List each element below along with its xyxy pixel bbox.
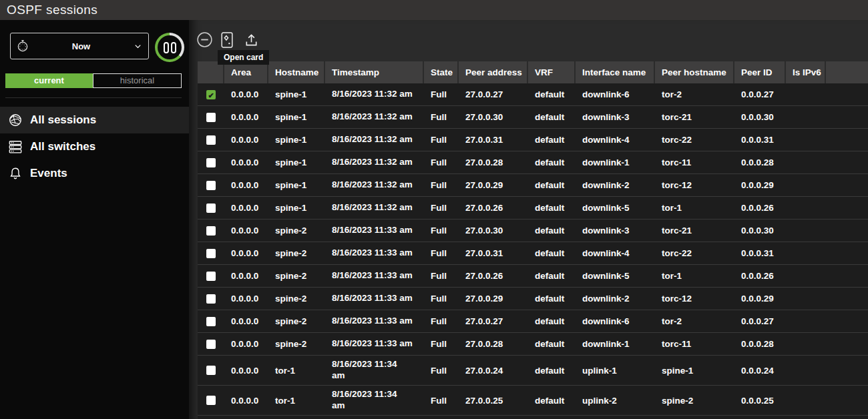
cell-vrf: default xyxy=(528,310,576,332)
cell-hostname xyxy=(268,416,325,419)
cell-vrf: default xyxy=(528,129,576,151)
pause-icon xyxy=(158,35,182,59)
column-header-timestamp[interactable]: Timestamp xyxy=(325,61,424,83)
bell-icon xyxy=(8,166,23,181)
cell-timestamp: 8/16/2023 11:33 am xyxy=(325,288,424,310)
row-checkbox[interactable] xyxy=(206,181,216,190)
cell-hostname: spine-1 xyxy=(268,151,325,173)
column-header-peer_address[interactable]: Peer address xyxy=(459,61,528,83)
export-button[interactable] xyxy=(244,32,259,51)
table-row[interactable]: 0.0.0.0 spine-1 8/16/2023 11:32 am Full … xyxy=(198,151,868,174)
toggle-current[interactable]: current xyxy=(5,73,93,88)
cell-interface-name: downlink-1 xyxy=(576,333,655,355)
open-card-tooltip: Open card xyxy=(218,50,269,65)
row-checkbox[interactable] xyxy=(206,294,216,304)
sidebar-item-all-sessions[interactable]: All sessions xyxy=(0,107,189,133)
cell-is-ipv6 xyxy=(786,288,826,310)
column-header-state[interactable]: State xyxy=(424,61,459,83)
time-selector-dropdown[interactable]: Now xyxy=(10,33,149,59)
cell-peer-address: 27.0.0.26 xyxy=(459,265,528,287)
cell-state: Full xyxy=(424,197,459,219)
chevron-down-icon xyxy=(133,41,143,51)
row-checkbox[interactable] xyxy=(206,317,216,326)
cell-interface-name: downlink-5 xyxy=(576,197,655,219)
cell-vrf: default xyxy=(528,174,576,196)
column-header-spacer xyxy=(826,61,868,83)
sidebar-item-all-switches[interactable]: All switches xyxy=(0,133,189,160)
table-row[interactable]: 0.0.0.0 spine-1 8/16/2023 11:32 am Full … xyxy=(198,106,868,129)
cell-vrf: default xyxy=(528,83,576,105)
cell-peer-hostname: torc-11 xyxy=(655,333,734,355)
open-card-button[interactable] xyxy=(221,32,233,51)
table-row[interactable]: 0.0.0.0 spine-1 8/16/2023 11:32 am Full … xyxy=(198,174,868,197)
row-checkbox[interactable] xyxy=(206,158,216,167)
table-row[interactable]: 0.0.0.0 spine-1 8/16/2023 11:32 am Full … xyxy=(198,83,868,106)
column-header-interface_name[interactable]: Interface name xyxy=(576,61,655,83)
row-checkbox[interactable] xyxy=(206,249,216,258)
toggle-historical[interactable]: historical xyxy=(93,73,182,88)
cell-timestamp: 8/16/2023 11:33 am xyxy=(325,310,424,332)
table-row[interactable]: 0.0.0.0 spine-2 8/16/2023 11:33 am Full … xyxy=(198,333,868,356)
row-checkbox[interactable] xyxy=(206,135,216,145)
column-header-vrf[interactable]: VRF xyxy=(528,61,576,83)
cell-state: Full xyxy=(424,106,459,128)
cell-peer-id: 0.0.0.30 xyxy=(734,106,786,128)
table-row[interactable]: 0.0.0.0 spine-2 8/16/2023 11:33 am Full … xyxy=(198,288,868,310)
cell-peer-hostname xyxy=(655,416,734,419)
cell-peer-hostname: torc-21 xyxy=(655,106,734,128)
table-row[interactable]: 0.0.0.0 spine-1 8/16/2023 11:32 am Full … xyxy=(198,197,868,220)
cell-area: 0.0.0.0 xyxy=(224,197,268,219)
sidebar: Now current historical All sessions xyxy=(0,20,189,419)
cell-vrf: default xyxy=(528,151,576,173)
cell-peer-hostname: tor-1 xyxy=(655,197,734,219)
table-row[interactable]: 0.0.0.0 spine-2 8/16/2023 11:33 am Full … xyxy=(198,265,868,288)
view-toggle: current historical xyxy=(5,73,182,88)
cell-interface-name: downlink-2 xyxy=(576,174,655,196)
row-checkbox[interactable] xyxy=(206,272,216,281)
cell-interface-name: uplink-1 xyxy=(576,356,655,385)
row-checkbox[interactable] xyxy=(206,396,216,405)
cell-interface-name: downlink-1 xyxy=(576,151,655,173)
cell-peer-hostname: torc-21 xyxy=(655,220,734,242)
sidebar-item-label: All sessions xyxy=(30,113,96,127)
cell-is-ipv6 xyxy=(786,220,826,242)
table-row[interactable]: 0.0.0.0 spine-1 8/16/2023 11:32 am Full … xyxy=(198,129,868,151)
table-row[interactable]: 0.0.0.0 tor-1 8/16/2023 11:34 am Full 27… xyxy=(198,356,868,386)
sidebar-item-label: All switches xyxy=(30,140,95,153)
table-row[interactable]: 0.0.0.0 spine-2 8/16/2023 11:33 am Full … xyxy=(198,310,868,333)
column-header-hostname[interactable]: Hostname xyxy=(268,61,325,83)
collapse-button[interactable] xyxy=(196,31,213,51)
sessions-table: AreaHostnameTimestampStatePeer addressVR… xyxy=(198,61,868,419)
table-row[interactable]: 0.0.0.0 tor-1 8/16/2023 11:34 am Full 27… xyxy=(198,386,868,416)
cell-peer-address: 27.0.0.31 xyxy=(459,129,528,151)
row-checkbox[interactable] xyxy=(206,340,216,349)
table-row[interactable]: 0.0.0.0 spine-2 8/16/2023 11:33 am Full … xyxy=(198,220,868,242)
sidebar-item-events[interactable]: Events xyxy=(0,160,189,187)
column-header-peer_id[interactable]: Peer ID xyxy=(734,61,786,83)
cell-state: Full xyxy=(424,129,459,151)
cell-state: Full xyxy=(424,288,459,310)
pause-button[interactable] xyxy=(155,33,184,62)
row-checkbox[interactable] xyxy=(206,226,216,236)
table-row[interactable]: 0.0.0.0 spine-2 8/16/2023 11:33 am Full … xyxy=(198,242,868,265)
cell-state: Full xyxy=(424,386,459,415)
cell-peer-address xyxy=(459,416,528,419)
cell-area: 0.0.0.0 xyxy=(224,310,268,332)
cell-timestamp: 8/16/2023 11:32 am xyxy=(325,106,424,128)
column-header-is_ipv6[interactable]: Is IPv6 xyxy=(786,61,826,83)
cell-timestamp: 8/16/2023 11:34 am xyxy=(325,356,424,385)
cell-hostname: tor-1 xyxy=(268,386,325,415)
cell-peer-id: 0.0.0.28 xyxy=(734,151,786,173)
cell-state xyxy=(424,416,459,419)
column-header-peer_hostname[interactable]: Peer hostname xyxy=(655,61,734,83)
cell-interface-name: downlink-3 xyxy=(576,220,655,242)
cell-hostname: spine-2 xyxy=(268,288,325,310)
row-checkbox[interactable] xyxy=(206,113,216,122)
cell-peer-id: 0.0.0.28 xyxy=(734,333,786,355)
row-checkbox[interactable] xyxy=(206,366,216,375)
row-checkbox[interactable] xyxy=(206,203,216,213)
cell-hostname: spine-2 xyxy=(268,265,325,287)
row-checkbox[interactable] xyxy=(206,90,216,99)
cell-peer-hostname: torc-12 xyxy=(655,288,734,310)
table-row-partial xyxy=(198,416,868,419)
